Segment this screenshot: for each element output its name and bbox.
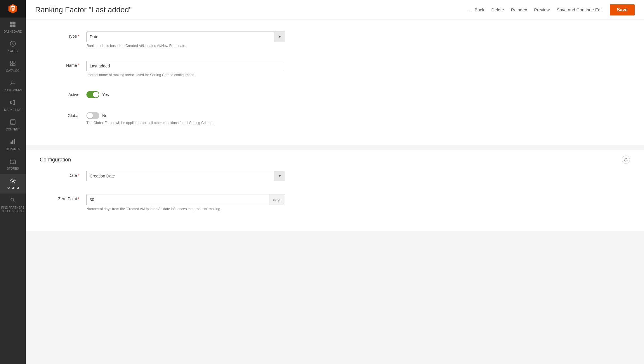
header-actions: ← Back Delete Reindex Preview Save and C…	[468, 4, 635, 15]
sidebar-item-customers[interactable]: CUSTOMERS	[0, 76, 26, 96]
sidebar-item-marketing[interactable]: MARKETING	[0, 96, 26, 115]
zero-point-row: Zero Point* days Number of days from the…	[40, 192, 630, 213]
name-label: Name*	[40, 61, 86, 68]
global-label: Global	[40, 111, 86, 118]
zero-point-label: Zero Point*	[40, 194, 86, 201]
type-select-wrapper: Date Integer Decimal Boolean ▼	[86, 32, 285, 42]
back-button[interactable]: ← Back	[468, 7, 484, 12]
back-arrow-icon: ←	[468, 7, 473, 12]
name-input[interactable]	[86, 61, 285, 71]
zero-point-input-wrapper: days	[86, 194, 285, 205]
catalog-icon	[10, 60, 16, 68]
type-hint: Rank products based on Created At/Update…	[86, 44, 285, 48]
zero-point-hint: Number of days from the 'Created At/Upda…	[86, 207, 285, 211]
global-toggle-container: No	[86, 111, 285, 119]
reindex-button[interactable]: Reindex	[511, 7, 527, 12]
configuration-header[interactable]: Configuration	[40, 150, 630, 168]
sidebar: DASHBOARD $ SALES CATALOG CUSTOMERS MARK…	[0, 0, 26, 364]
svg-rect-1	[13, 22, 15, 24]
sidebar-item-label-marketing: MARKETING	[4, 108, 21, 112]
global-toggle-label: No	[102, 113, 107, 118]
sidebar-item-catalog[interactable]: CATALOG	[0, 57, 26, 76]
system-icon	[10, 177, 16, 185]
type-required: *	[78, 34, 79, 39]
global-row: Global No The Global Factor will be appl…	[40, 109, 630, 127]
sidebar-item-find-partners[interactable]: FIND PARTNERS & EXTENSIONS	[0, 194, 26, 217]
sidebar-item-label-system: SYSTEM	[7, 187, 19, 190]
sidebar-item-label-sales: SALES	[8, 50, 18, 53]
name-hint: Internal name of ranking factor. Used fo…	[86, 73, 285, 77]
active-toggle-thumb	[93, 92, 99, 97]
type-label: Type*	[40, 32, 86, 39]
type-row: Type* Date Integer Decimal Boolean ▼ Ran…	[40, 29, 630, 50]
sidebar-item-label-content: CONTENT	[6, 128, 20, 131]
global-toggle[interactable]	[86, 112, 99, 119]
zero-point-required: *	[78, 196, 79, 201]
sidebar-item-label-reports: REPORTS	[6, 147, 20, 151]
sidebar-logo	[0, 0, 26, 18]
dashboard-icon	[10, 21, 16, 29]
marketing-icon	[10, 99, 16, 107]
zero-point-input[interactable]	[87, 194, 270, 205]
customers-icon	[10, 80, 16, 88]
active-toggle-container: Yes	[86, 90, 285, 98]
content-icon	[10, 119, 16, 127]
sidebar-item-label-stores: STORES	[7, 167, 19, 170]
date-field: Creation Date Updated At New From Date ▼	[86, 171, 285, 181]
page-header: Ranking Factor "Last added" ← Back Delet…	[26, 0, 644, 20]
active-toggle[interactable]	[86, 91, 99, 98]
sidebar-item-stores[interactable]: STORES	[0, 154, 26, 174]
sidebar-item-label-customers: CUSTOMERS	[4, 89, 22, 92]
save-continue-button[interactable]: Save and Continue Edit	[557, 7, 603, 12]
svg-rect-9	[13, 64, 15, 66]
svg-rect-6	[11, 61, 13, 63]
sidebar-item-label-catalog: CATALOG	[6, 69, 20, 73]
sidebar-item-system[interactable]: SYSTEM	[0, 174, 26, 194]
svg-point-20	[12, 180, 14, 182]
main-form: Type* Date Integer Decimal Boolean ▼ Ran…	[26, 20, 644, 145]
active-toggle-label: Yes	[102, 92, 109, 97]
stores-icon	[10, 158, 16, 166]
svg-point-10	[12, 81, 14, 83]
sales-icon: $	[10, 41, 16, 48]
configuration-section: Configuration Date* Creation Date Update…	[26, 150, 644, 231]
name-field: Internal name of ranking factor. Used fo…	[86, 61, 285, 77]
svg-rect-17	[14, 139, 15, 144]
global-hint: The Global Factor will be applied before…	[86, 121, 285, 125]
svg-rect-15	[11, 142, 12, 144]
page-content: Type* Date Integer Decimal Boolean ▼ Ran…	[26, 20, 644, 364]
zero-point-suffix: days	[270, 194, 285, 205]
svg-rect-19	[12, 162, 14, 164]
name-required: *	[78, 63, 79, 68]
date-label: Date*	[40, 171, 86, 178]
collapse-button[interactable]	[622, 156, 630, 164]
svg-rect-2	[10, 25, 13, 27]
preview-button[interactable]: Preview	[534, 7, 550, 12]
find-partners-icon	[10, 197, 16, 205]
global-field: No The Global Factor will be applied bef…	[86, 111, 285, 125]
configuration-title: Configuration	[40, 157, 71, 163]
save-button[interactable]: Save	[610, 4, 635, 15]
sidebar-item-content[interactable]: CONTENT	[0, 115, 26, 135]
date-row: Date* Creation Date Updated At New From …	[40, 168, 630, 184]
sidebar-item-dashboard[interactable]: DASHBOARD	[0, 18, 26, 37]
active-row: Active Yes	[40, 88, 630, 100]
type-select[interactable]: Date Integer Decimal Boolean	[86, 32, 285, 42]
delete-button[interactable]: Delete	[491, 7, 504, 12]
active-field: Yes	[86, 90, 285, 98]
main-content: Ranking Factor "Last added" ← Back Delet…	[26, 0, 644, 364]
active-label: Active	[40, 90, 86, 97]
date-select-wrapper: Creation Date Updated At New From Date ▼	[86, 171, 285, 181]
svg-rect-3	[13, 25, 15, 27]
sidebar-item-label-find-partners: FIND PARTNERS & EXTENSIONS	[1, 206, 25, 213]
svg-line-22	[13, 201, 15, 203]
reports-icon	[10, 138, 16, 146]
date-select[interactable]: Creation Date Updated At New From Date	[86, 171, 285, 181]
svg-rect-16	[12, 140, 13, 144]
date-required: *	[78, 173, 79, 178]
sidebar-item-sales[interactable]: $ SALES	[0, 37, 26, 57]
sidebar-item-reports[interactable]: REPORTS	[0, 135, 26, 154]
name-row: Name* Internal name of ranking factor. U…	[40, 58, 630, 79]
global-toggle-thumb	[87, 113, 93, 119]
svg-rect-8	[11, 64, 13, 66]
